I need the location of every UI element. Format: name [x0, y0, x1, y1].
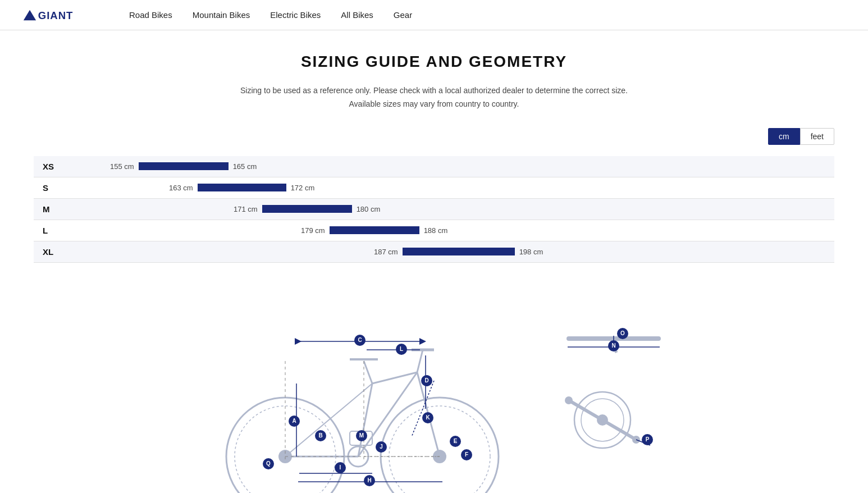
size-bar-area-s: 163 cm 172 cm	[76, 184, 825, 192]
geo-badge-p: P	[642, 434, 653, 445]
nav-mountain-bikes[interactable]: Mountain Bikes	[193, 10, 250, 20]
size-bar-area-xl: 187 cm 198 cm	[76, 248, 825, 256]
svg-point-39	[565, 396, 573, 404]
svg-line-15	[364, 361, 372, 384]
geo-badge-j: J	[376, 441, 387, 453]
geometry-section: A B C D E F H I J K L M Q	[34, 291, 834, 493]
size-min-l: 179 cm	[301, 226, 325, 235]
page-title: SIZING GUIDE AND GEOMETRY	[34, 53, 834, 71]
logo[interactable]: GIANT	[22, 7, 95, 24]
size-max-s: 172 cm	[291, 184, 315, 192]
size-min-xs: 155 cm	[110, 162, 134, 171]
nav-all-bikes[interactable]: All Bikes	[341, 10, 373, 20]
size-max-xl: 198 cm	[519, 248, 543, 256]
feet-button[interactable]: feet	[800, 128, 834, 145]
size-bar-xl	[403, 248, 515, 255]
geo-badge-m: M	[356, 430, 367, 441]
nav-road-bikes[interactable]: Road Bikes	[129, 10, 172, 20]
nav-electric-bikes[interactable]: Electric Bikes	[270, 10, 321, 20]
crankset-svg	[558, 386, 670, 454]
logo-triangle	[24, 10, 36, 20]
size-row-xl: XL 187 cm 198 cm	[34, 241, 834, 263]
size-bar-l	[330, 226, 419, 234]
geo-badge-k: K	[422, 412, 433, 423]
size-bar-m	[262, 205, 352, 213]
page-subtitle: Sizing to be used as a reference only. P…	[34, 84, 834, 111]
nav-gear[interactable]: Gear	[394, 10, 412, 20]
size-max-xs: 165 cm	[233, 162, 257, 171]
size-label-m: M	[43, 204, 76, 214]
size-label-l: L	[43, 226, 76, 235]
size-chart: XS 155 cm 165 cm S 163 cm 172 cm M 171 c…	[34, 156, 834, 263]
size-min-xl: 187 cm	[374, 248, 398, 256]
geo-badge-q: Q	[263, 458, 274, 469]
cm-button[interactable]: cm	[768, 128, 800, 145]
geo-badge-e: E	[450, 436, 461, 447]
geo-badge-b: B	[315, 430, 326, 441]
subtitle-line1: Sizing to be used as a reference only. P…	[240, 86, 628, 95]
geo-badge-h: H	[364, 475, 375, 486]
nav-links: Road Bikes Mountain Bikes Electric Bikes…	[129, 10, 412, 20]
subtitle-line2: Available sizes may vary from country to…	[349, 99, 519, 108]
crankset-diagram: P	[558, 386, 670, 454]
navigation: GIANT Road Bikes Mountain Bikes Electric…	[0, 0, 868, 30]
size-min-s: 163 cm	[169, 184, 193, 192]
size-row-m: M 171 cm 180 cm	[34, 199, 834, 220]
geo-badge-i: I	[335, 462, 346, 473]
bike-diagram: A B C D E F H I J K L M Q	[198, 296, 524, 493]
size-label-xl: XL	[43, 247, 76, 257]
size-bar-area-xs: 155 cm 165 cm	[76, 162, 825, 171]
geo-badge-d: D	[421, 375, 432, 386]
size-max-m: 180 cm	[357, 205, 381, 213]
svg-point-4	[389, 406, 490, 493]
main-content: SIZING GUIDE AND GEOMETRY Sizing to be u…	[0, 30, 868, 493]
geo-badge-c: C	[354, 335, 366, 346]
size-row-xs: XS 155 cm 165 cm	[34, 156, 834, 177]
geo-badge-f: F	[461, 449, 472, 460]
svg-line-13	[417, 350, 423, 372]
geo-badge-n: N	[608, 340, 619, 352]
logo-svg: GIANT	[22, 7, 95, 24]
size-bar-area-l: 179 cm 188 cm	[76, 226, 825, 235]
geo-badge-l: L	[396, 344, 407, 355]
svg-point-3	[381, 398, 499, 493]
size-bar-xs	[139, 162, 229, 170]
size-label-s: S	[43, 183, 76, 193]
unit-toggle: cm feet	[34, 128, 834, 145]
bike-svg	[198, 296, 524, 493]
size-max-l: 188 cm	[424, 226, 448, 235]
size-min-m: 171 cm	[234, 205, 258, 213]
size-label-xs: XS	[43, 162, 76, 171]
svg-line-36	[602, 420, 636, 440]
svg-line-38	[569, 400, 602, 420]
handlebar-diagram: N O	[558, 319, 670, 364]
size-bar-area-m: 171 cm 180 cm	[76, 205, 825, 213]
size-bar-s	[198, 184, 286, 191]
size-row-l: L 179 cm 188 cm	[34, 220, 834, 241]
logo-text: GIANT	[38, 10, 73, 21]
size-row-s: S 163 cm 172 cm	[34, 177, 834, 199]
component-diagrams: N O	[558, 319, 670, 454]
geo-badge-a: A	[289, 416, 300, 427]
geo-badge-o: O	[617, 328, 628, 339]
